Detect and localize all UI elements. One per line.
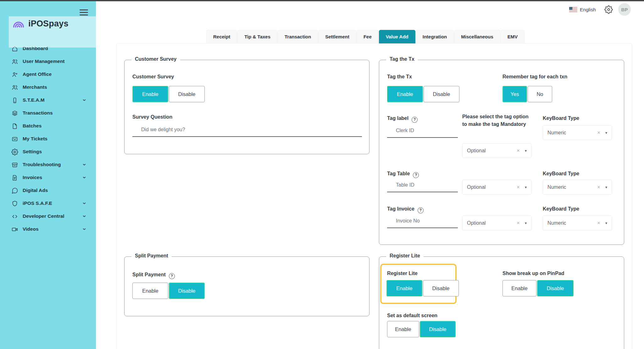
- tag-invoice-mandatory-select[interactable]: Optional × ▾: [462, 216, 531, 230]
- dropdown-arrow-icon[interactable]: ▾: [525, 185, 527, 189]
- chevron-down-icon[interactable]: [81, 161, 87, 168]
- clear-icon[interactable]: ×: [517, 148, 520, 153]
- sidebar-item-digital-ads[interactable]: Digital Ads: [0, 184, 96, 197]
- register-lite-enable-button[interactable]: Enable: [386, 280, 422, 296]
- user-avatar[interactable]: BP: [618, 3, 631, 16]
- keyboard-type-label: KeyBoard Type: [543, 115, 579, 121]
- sidebar-item-settings[interactable]: Settings: [0, 146, 96, 159]
- split-payment-enable-button[interactable]: Enable: [132, 283, 168, 299]
- sidebar-item-label: My Tickets: [23, 136, 47, 142]
- tag-the-tx-enable-button[interactable]: Enable: [387, 86, 423, 102]
- show-breakup-enable-button[interactable]: Enable: [502, 280, 536, 296]
- sidebar-item-user-management[interactable]: User Management: [0, 55, 96, 68]
- language-selector[interactable]: English: [580, 7, 596, 13]
- brand-name: iPOSpays: [28, 19, 69, 29]
- sidebar-item-label: Settings: [23, 149, 42, 155]
- tag-table-input[interactable]: [387, 182, 458, 192]
- sidebar-item-ipos-s-a-f-e[interactable]: iPOS S.A.F.E: [0, 197, 96, 210]
- chevron-down-icon[interactable]: [81, 213, 87, 219]
- survey-question-label: Survey Question: [132, 114, 172, 120]
- sidebar-item-agent-office[interactable]: Agent Office: [0, 68, 96, 81]
- register-lite-toggle: Enable Disable: [386, 280, 459, 296]
- sidebar-item-label: Invoices: [23, 175, 42, 180]
- default-screen-disable-button[interactable]: Disable: [420, 321, 456, 337]
- sidebar-item-batches[interactable]: Batches: [0, 120, 96, 133]
- register-lite-section: Register Lite Register Lite Enable Disab…: [379, 256, 624, 349]
- show-breakup-toggle: Enable Disable: [502, 280, 574, 296]
- mail-icon: [11, 136, 18, 143]
- hamburger-menu-icon[interactable]: [80, 9, 88, 16]
- tab-receipt[interactable]: Receipt: [206, 30, 237, 43]
- split-payment-disable-button[interactable]: Disable: [169, 283, 205, 299]
- brand-logo[interactable]: iPOSpays: [12, 19, 69, 29]
- sidebar-item-developer-central[interactable]: Developer Central: [0, 210, 96, 223]
- highlight-ring: Register Lite Enable Disable: [380, 264, 457, 304]
- sidebar-nav: DashboardUser ManagementAgent OfficeMerc…: [0, 42, 96, 236]
- tab-integration[interactable]: Integration: [416, 30, 454, 43]
- settings-gear-icon[interactable]: [604, 5, 613, 14]
- tag-label-input[interactable]: [387, 128, 458, 138]
- register-lite-disable-button[interactable]: Disable: [423, 280, 459, 296]
- sidebar-item-videos[interactable]: Videos: [0, 223, 96, 236]
- clear-icon[interactable]: ×: [517, 184, 520, 190]
- customer-survey-enable-button[interactable]: Enable: [132, 86, 168, 102]
- file-icon: [11, 123, 18, 130]
- chevron-down-icon[interactable]: [81, 200, 87, 206]
- dropdown-arrow-icon[interactable]: ▾: [525, 149, 527, 153]
- tag-label-mandatory-select[interactable]: Optional × ▾: [462, 143, 531, 158]
- tag-the-tx-toggle: Enable Disable: [387, 86, 459, 102]
- tab-fee[interactable]: Fee: [357, 30, 379, 43]
- tab-miscellaneous[interactable]: Miscellaneous: [454, 30, 500, 43]
- tab-value-add[interactable]: Value Add: [379, 30, 415, 43]
- help-icon[interactable]: ?: [418, 207, 424, 213]
- tag-table-mandatory-select[interactable]: Optional × ▾: [462, 180, 531, 194]
- tag-invoice-input[interactable]: [387, 218, 458, 228]
- tag-the-tx-disable-button[interactable]: Disable: [424, 86, 459, 102]
- mobile-icon: [11, 97, 18, 104]
- keyboard-type-label: KeyBoard Type: [543, 206, 579, 212]
- default-screen-enable-button[interactable]: Enable: [387, 321, 419, 337]
- chevron-down-icon[interactable]: [81, 226, 87, 232]
- sidebar-item-label: Digital Ads: [23, 188, 48, 193]
- help-icon[interactable]: ?: [413, 172, 419, 178]
- tab-settlement[interactable]: Settlement: [318, 30, 356, 43]
- tab-tip-taxes[interactable]: Tip & Taxes: [237, 30, 277, 43]
- sidebar-item-label: Developer Central: [23, 213, 64, 219]
- help-icon[interactable]: ?: [169, 273, 175, 279]
- clear-icon[interactable]: ×: [597, 220, 600, 226]
- help-icon[interactable]: ?: [412, 117, 418, 123]
- clear-icon[interactable]: ×: [597, 184, 600, 190]
- split-payment-label: Split Payment?: [132, 272, 175, 279]
- sidebar-item-transactions[interactable]: Transactions: [0, 107, 96, 120]
- sidebar-logo-header: iPOSpays: [9, 16, 96, 48]
- sidebar-item-merchants[interactable]: Merchants: [0, 81, 96, 94]
- show-breakup-disable-button[interactable]: Disable: [537, 280, 574, 296]
- rainbow-logo-icon: [12, 20, 25, 28]
- dropdown-arrow-icon[interactable]: ▾: [605, 221, 607, 225]
- tag-label-label: Tag label?: [387, 115, 418, 123]
- chevron-down-icon[interactable]: [81, 174, 87, 181]
- remember-tag-no-button[interactable]: No: [528, 86, 552, 102]
- section-legend: Tag the Tx: [386, 56, 418, 62]
- tag-table-keyboard-select[interactable]: Numeric × ▾: [543, 180, 612, 194]
- tab-transaction[interactable]: Transaction: [278, 30, 318, 43]
- clear-icon[interactable]: ×: [517, 220, 520, 226]
- split-payment-toggle: Enable Disable: [132, 283, 205, 299]
- tag-the-tx-section: Tag the Tx Tag the Tx Enable Disable Rem…: [379, 60, 624, 245]
- tab-emv[interactable]: EMV: [501, 30, 525, 43]
- clear-icon[interactable]: ×: [597, 130, 600, 135]
- survey-question-input[interactable]: [132, 127, 362, 137]
- sidebar-item-my-tickets[interactable]: My Tickets: [0, 133, 96, 146]
- dropdown-arrow-icon[interactable]: ▾: [605, 185, 607, 189]
- tag-label-keyboard-select[interactable]: Numeric × ▾: [543, 125, 612, 140]
- sidebar-item-invoices[interactable]: Invoices: [0, 172, 96, 184]
- customer-survey-disable-button[interactable]: Disable: [169, 86, 205, 102]
- dropdown-arrow-icon[interactable]: ▾: [525, 221, 527, 225]
- tag-invoice-keyboard-select[interactable]: Numeric × ▾: [543, 216, 612, 230]
- split-payment-section: Split Payment Split Payment? Enable Disa…: [124, 256, 369, 316]
- sidebar-item-troubleshooting[interactable]: Troubleshooting: [0, 159, 96, 172]
- sidebar-item-s-t-e-a-m[interactable]: S.T.E.A.M: [0, 94, 96, 107]
- chevron-down-icon[interactable]: [81, 97, 87, 103]
- remember-tag-yes-button[interactable]: Yes: [502, 86, 527, 102]
- dropdown-arrow-icon[interactable]: ▾: [605, 131, 607, 135]
